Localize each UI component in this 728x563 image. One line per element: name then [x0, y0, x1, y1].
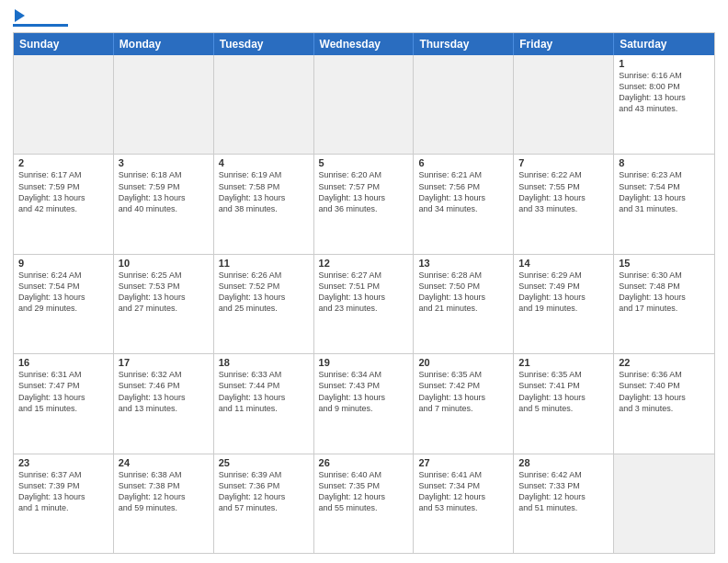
day-number: 23	[18, 457, 108, 468]
day-number: 16	[18, 357, 108, 368]
day-number: 20	[418, 357, 508, 368]
cell-info: Sunrise: 6:30 AM Sunset: 7:48 PM Dayligh…	[619, 270, 710, 315]
header-cell-wednesday: Wednesday	[314, 33, 415, 55]
calendar-cell: 26Sunrise: 6:40 AM Sunset: 7:35 PM Dayli…	[314, 454, 415, 553]
cell-info: Sunrise: 6:41 AM Sunset: 7:34 PM Dayligh…	[418, 469, 508, 514]
calendar-cell: 4Sunrise: 6:19 AM Sunset: 7:58 PM Daylig…	[214, 155, 314, 253]
calendar-cell: 2Sunrise: 6:17 AM Sunset: 7:59 PM Daylig…	[14, 155, 114, 253]
cell-info: Sunrise: 6:38 AM Sunset: 7:38 PM Dayligh…	[119, 469, 209, 514]
calendar-row-3: 9Sunrise: 6:24 AM Sunset: 7:54 PM Daylig…	[14, 254, 714, 353]
calendar-cell: 3Sunrise: 6:18 AM Sunset: 7:59 PM Daylig…	[114, 155, 214, 253]
cell-info: Sunrise: 6:20 AM Sunset: 7:57 PM Dayligh…	[319, 169, 409, 214]
header-cell-sunday: Sunday	[14, 33, 114, 55]
day-number: 24	[119, 457, 209, 468]
cell-info: Sunrise: 6:19 AM Sunset: 7:58 PM Dayligh…	[219, 169, 309, 214]
cell-info: Sunrise: 6:39 AM Sunset: 7:36 PM Dayligh…	[219, 469, 309, 514]
cell-info: Sunrise: 6:18 AM Sunset: 7:59 PM Dayligh…	[119, 169, 209, 214]
calendar-row-5: 23Sunrise: 6:37 AM Sunset: 7:39 PM Dayli…	[14, 454, 714, 553]
calendar-cell: 7Sunrise: 6:22 AM Sunset: 7:55 PM Daylig…	[514, 155, 614, 253]
logo	[13, 9, 68, 27]
calendar-cell: 1Sunrise: 6:16 AM Sunset: 8:00 PM Daylig…	[614, 55, 714, 154]
calendar-cell: 5Sunrise: 6:20 AM Sunset: 7:57 PM Daylig…	[314, 155, 415, 253]
cell-info: Sunrise: 6:25 AM Sunset: 7:53 PM Dayligh…	[119, 270, 209, 315]
cell-info: Sunrise: 6:34 AM Sunset: 7:43 PM Dayligh…	[319, 369, 409, 414]
calendar-header-row: SundayMondayTuesdayWednesdayThursdayFrid…	[14, 33, 714, 55]
day-number: 9	[18, 258, 108, 269]
calendar-cell: 27Sunrise: 6:41 AM Sunset: 7:34 PM Dayli…	[414, 454, 514, 553]
calendar: SundayMondayTuesdayWednesdayThursdayFrid…	[13, 32, 715, 554]
cell-info: Sunrise: 6:28 AM Sunset: 7:50 PM Dayligh…	[418, 270, 508, 315]
day-number: 1	[619, 58, 710, 69]
cell-info: Sunrise: 6:35 AM Sunset: 7:41 PM Dayligh…	[518, 369, 609, 414]
cell-info: Sunrise: 6:16 AM Sunset: 8:00 PM Dayligh…	[619, 70, 710, 115]
cell-info: Sunrise: 6:29 AM Sunset: 7:49 PM Dayligh…	[518, 270, 609, 315]
calendar-cell: 16Sunrise: 6:31 AM Sunset: 7:47 PM Dayli…	[14, 354, 114, 453]
calendar-cell: 15Sunrise: 6:30 AM Sunset: 7:48 PM Dayli…	[614, 255, 714, 353]
calendar-cell	[114, 55, 214, 154]
day-number: 18	[219, 357, 309, 368]
calendar-row-4: 16Sunrise: 6:31 AM Sunset: 7:47 PM Dayli…	[14, 353, 714, 453]
cell-info: Sunrise: 6:42 AM Sunset: 7:33 PM Dayligh…	[518, 469, 609, 514]
header-cell-friday: Friday	[514, 33, 614, 55]
calendar-cell: 22Sunrise: 6:36 AM Sunset: 7:40 PM Dayli…	[614, 354, 714, 453]
day-number: 27	[418, 457, 508, 468]
day-number: 17	[119, 357, 209, 368]
calendar-cell: 28Sunrise: 6:42 AM Sunset: 7:33 PM Dayli…	[514, 454, 614, 553]
cell-info: Sunrise: 6:40 AM Sunset: 7:35 PM Dayligh…	[319, 469, 409, 514]
day-number: 25	[219, 457, 309, 468]
calendar-cell	[614, 454, 714, 553]
day-number: 6	[418, 157, 508, 168]
day-number: 5	[319, 157, 409, 168]
cell-info: Sunrise: 6:37 AM Sunset: 7:39 PM Dayligh…	[18, 469, 108, 514]
cell-info: Sunrise: 6:21 AM Sunset: 7:56 PM Dayligh…	[418, 169, 508, 214]
calendar-cell: 14Sunrise: 6:29 AM Sunset: 7:49 PM Dayli…	[514, 255, 614, 353]
calendar-cell: 17Sunrise: 6:32 AM Sunset: 7:46 PM Dayli…	[114, 354, 214, 453]
calendar-cell: 12Sunrise: 6:27 AM Sunset: 7:51 PM Dayli…	[314, 255, 415, 353]
header	[13, 9, 715, 27]
calendar-cell	[14, 55, 114, 154]
cell-info: Sunrise: 6:24 AM Sunset: 7:54 PM Dayligh…	[18, 270, 108, 315]
day-number: 10	[119, 258, 209, 269]
calendar-cell: 18Sunrise: 6:33 AM Sunset: 7:44 PM Dayli…	[214, 354, 314, 453]
calendar-cell: 9Sunrise: 6:24 AM Sunset: 7:54 PM Daylig…	[14, 255, 114, 353]
day-number: 22	[619, 357, 710, 368]
day-number: 11	[219, 258, 309, 269]
calendar-row-1: 1Sunrise: 6:16 AM Sunset: 8:00 PM Daylig…	[14, 55, 714, 154]
cell-info: Sunrise: 6:17 AM Sunset: 7:59 PM Dayligh…	[18, 169, 108, 214]
header-cell-thursday: Thursday	[414, 33, 514, 55]
calendar-cell	[214, 55, 314, 154]
day-number: 26	[319, 457, 409, 468]
calendar-cell: 21Sunrise: 6:35 AM Sunset: 7:41 PM Dayli…	[514, 354, 614, 453]
cell-info: Sunrise: 6:32 AM Sunset: 7:46 PM Dayligh…	[119, 369, 209, 414]
calendar-cell	[414, 55, 514, 154]
calendar-cell	[314, 55, 415, 154]
day-number: 15	[619, 258, 710, 269]
logo-underline	[13, 24, 68, 27]
day-number: 14	[518, 258, 609, 269]
header-cell-tuesday: Tuesday	[214, 33, 314, 55]
day-number: 4	[219, 157, 309, 168]
cell-info: Sunrise: 6:27 AM Sunset: 7:51 PM Dayligh…	[319, 270, 409, 315]
day-number: 21	[518, 357, 609, 368]
calendar-body: 1Sunrise: 6:16 AM Sunset: 8:00 PM Daylig…	[14, 55, 714, 553]
day-number: 28	[518, 457, 609, 468]
cell-info: Sunrise: 6:35 AM Sunset: 7:42 PM Dayligh…	[418, 369, 508, 414]
calendar-cell: 24Sunrise: 6:38 AM Sunset: 7:38 PM Dayli…	[114, 454, 214, 553]
day-number: 8	[619, 157, 710, 168]
calendar-cell	[514, 55, 614, 154]
calendar-cell: 23Sunrise: 6:37 AM Sunset: 7:39 PM Dayli…	[14, 454, 114, 553]
calendar-cell: 25Sunrise: 6:39 AM Sunset: 7:36 PM Dayli…	[214, 454, 314, 553]
calendar-cell: 20Sunrise: 6:35 AM Sunset: 7:42 PM Dayli…	[414, 354, 514, 453]
day-number: 19	[319, 357, 409, 368]
day-number: 3	[119, 157, 209, 168]
logo-arrow-icon	[15, 9, 25, 22]
calendar-cell: 8Sunrise: 6:23 AM Sunset: 7:54 PM Daylig…	[614, 155, 714, 253]
cell-info: Sunrise: 6:31 AM Sunset: 7:47 PM Dayligh…	[18, 369, 108, 414]
day-number: 13	[418, 258, 508, 269]
day-number: 12	[319, 258, 409, 269]
cell-info: Sunrise: 6:26 AM Sunset: 7:52 PM Dayligh…	[219, 270, 309, 315]
page: SundayMondayTuesdayWednesdayThursdayFrid…	[0, 0, 728, 563]
calendar-cell: 10Sunrise: 6:25 AM Sunset: 7:53 PM Dayli…	[114, 255, 214, 353]
cell-info: Sunrise: 6:23 AM Sunset: 7:54 PM Dayligh…	[619, 169, 710, 214]
day-number: 7	[518, 157, 609, 168]
